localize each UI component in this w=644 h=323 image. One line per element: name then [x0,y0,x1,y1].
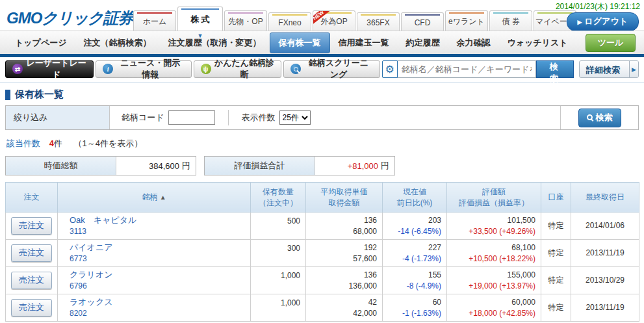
screening-magnifier-icon [290,64,301,74]
diagnosis-icon: ψ [201,64,211,74]
col-quantity: 保有数量（注文中） [251,183,306,213]
col-last-acquired: 最終取得日 [571,183,639,213]
symbol-search-button[interactable]: 検索 [536,60,574,78]
col-valuation: 評価額評価損益（損益率） [447,183,541,213]
stock-name-cell[interactable]: クラリオン6796 [58,267,251,294]
account-cell: 特定 [541,267,571,294]
nav-execution-history[interactable]: 約定履歴 [398,37,448,49]
stock-name-cell[interactable]: Oak キャピタル3113 [58,213,251,240]
col-current-price: 現在値前日比(%) [383,183,447,213]
search-settings-gear-icon[interactable]: ⚙ [382,60,398,78]
top-bar: GMOクリック証券 2014/01/23(木) 19:21:12 ホーム 株 式… [0,0,644,31]
advanced-search-arrow-icon: ▶ [629,61,638,77]
nav-order-search[interactable]: 注文（銘柄検索） [75,37,160,49]
valuation-cell: 101,500+33,500 (+49.26%) [447,213,541,240]
date-cell: 2013/11/19 [571,294,639,322]
account-cell: 特定 [541,213,571,240]
summary-boxes: 時価総額 384,600 円 評価損益合計 +81,000 円 [5,156,639,175]
news-disclosure-button[interactable]: i ニュース・開示情報 [96,60,191,78]
advanced-search-button[interactable]: 詳細検索へ ▶ [579,60,639,78]
stock-screening-button[interactable]: 銘柄スクリーニング [283,60,380,78]
tab-bonds[interactable]: 債 券 [489,10,532,31]
stock-name-cell[interactable]: パイオニア6773 [58,240,251,267]
stock-name-cell[interactable]: ラオックス8202 [58,294,251,322]
current-price-cell: 155-8 (-4.9%) [383,267,447,294]
laser-trade-button[interactable]: ⇄ レーザートレード [5,60,94,78]
nav-watchlist[interactable]: ウォッチリスト [499,37,576,49]
tab-futures-op[interactable]: 先物・OP [224,10,267,31]
market-value-amount: 384,600 [149,161,179,171]
symbol-search-input[interactable] [398,60,536,78]
table-row: 売注文 Oak キャピタル3113 500 13668,000 203-14 (… [6,213,639,240]
table-header-row: 注文 銘柄 ▲ 保有数量（注文中） 平均取得単価取得金額 現在値前日比(%) 評… [6,183,639,213]
total-pl-box: 評価損益合計 +81,000 円 [204,156,395,175]
per-page-label: 表示件数 [242,112,276,123]
stock-code-input[interactable] [168,110,215,125]
info-icon: i [103,64,113,74]
date-cell: 2014/01/06 [571,213,639,240]
sell-order-button[interactable]: 売注文 [11,299,52,317]
symbol-search-group: ⚙ 検索 詳細検索へ ▶ [382,60,639,78]
market-value-box: 時価総額 384,600 円 [5,156,196,175]
nav-top-page[interactable]: トップページ [6,37,75,49]
nav-margin-positions[interactable]: 信用建玉一覧 [330,37,398,49]
quantity-cell: 500 [251,213,306,240]
stock-code-label: 銘柄コード [122,112,164,123]
table-row: 売注文 パイオニア6773 300 19257,600 227-4 (-1.73… [6,240,639,267]
total-pl-amount: +81,000 [348,161,378,171]
swap-arrows-icon: ⇄ [12,64,23,74]
account-cell: 特定 [541,240,571,267]
easy-diagnosis-button[interactable]: ψ かんたん銘柄診断 [194,60,282,78]
tools-button[interactable]: ツール [586,34,636,52]
col-avg-price: 平均取得単価取得金額 [306,183,383,213]
sort-asc-icon: ▲ [160,194,166,201]
current-price-cell: 203-14 (-6.45%) [383,213,447,240]
sell-order-button[interactable]: 売注文 [11,272,52,289]
quick-toolbar: ⇄ レーザートレード i ニュース・開示情報 ψ かんたん銘柄診断 銘柄スクリー… [0,57,644,83]
holdings-table: 注文 銘柄 ▲ 保有数量（注文中） 平均取得単価取得金額 現在値前日比(%) 評… [5,182,639,322]
col-name[interactable]: 銘柄 ▲ [58,183,251,213]
avg-price-cell: 13668,000 [306,213,383,240]
filter-search-button[interactable]: 検索 [578,109,621,127]
sell-order-button[interactable]: 売注文 [11,244,52,262]
date-cell: 2013/10/29 [571,267,639,294]
logout-button[interactable]: ▶ログアウト [567,12,639,31]
brand-logo: GMOクリック証券 [6,8,133,29]
product-tabs: ホーム 株 式 先物・OP FXneo 外為OP NEW 365FX CFD [133,6,578,31]
table-row: 売注文 クラリオン6796 1,000 136136,000 155-8 (-4… [6,267,639,294]
nav-holdings-list[interactable]: 保有株一覧 [270,32,330,53]
tab-home[interactable]: ホーム [133,10,176,31]
tab-365fx[interactable]: 365FX [357,12,400,31]
page-title: 保有株一覧 [5,88,639,101]
tab-gaitame-op[interactable]: 外為OP NEW [313,10,355,31]
per-page-select[interactable]: 25件 [279,110,311,125]
current-price-cell: 60-1 (-1.63%) [383,294,447,322]
tab-stocks[interactable]: 株 式 [177,6,223,31]
col-account: 口座 [541,183,571,213]
current-price-cell: 227-4 (-1.73%) [383,240,447,267]
avg-price-cell: 4242,000 [306,294,383,322]
title-accent-block [5,90,10,100]
filter-label: 絞り込み [6,106,110,129]
filter-controls: 銘柄コード 表示件数 25件 [110,106,560,129]
avg-price-cell: 136136,000 [306,267,383,294]
tab-fxneo[interactable]: FXneo [268,12,311,31]
filter-search-area: 検索 [560,106,638,129]
nav-buying-power[interactable]: 余力確認 [448,37,499,49]
quantity-cell: 300 [251,240,306,267]
nav-order-history[interactable]: 注文履歴（取消・変更） [160,37,270,49]
result-count-line: 該当件数 4件 （1～4件を表示） [6,138,638,149]
avg-price-cell: 19257,600 [306,240,383,267]
tab-ewarrant[interactable]: eワラント [445,10,488,31]
filter-divider [228,110,229,125]
logout-arrow-icon: ▶ [578,19,582,25]
valuation-cell: 68,100+10,500 (+18.22%) [447,240,541,267]
account-cell: 特定 [541,294,571,322]
valuation-cell: 155,000+19,000 (+13.97%) [447,267,541,294]
magnifier-icon [587,114,593,120]
tab-cfd[interactable]: CFD [401,12,444,31]
quantity-cell: 1,000 [251,267,306,294]
sell-order-button[interactable]: 売注文 [11,217,52,235]
filter-bar: 絞り込み 銘柄コード 表示件数 25件 検索 [5,105,639,130]
date-cell: 2013/11/19 [571,240,639,267]
